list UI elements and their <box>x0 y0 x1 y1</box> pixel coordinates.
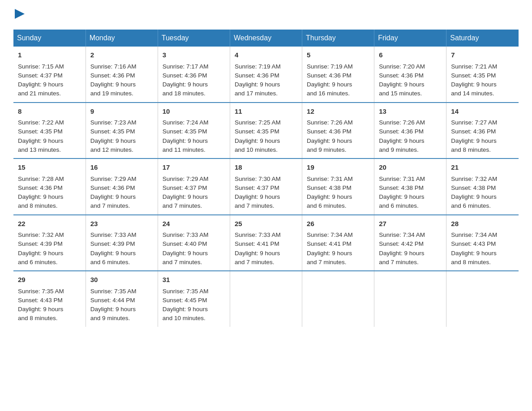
sunrise-label: Sunrise: 7:29 AM <box>163 176 209 182</box>
day-cell: 17 Sunrise: 7:29 AM Sunset: 4:37 PM Dayl… <box>158 158 230 215</box>
day-number: 17 <box>163 163 225 173</box>
sunset-label: Sunset: 4:39 PM <box>18 240 63 247</box>
day-number: 12 <box>307 107 369 117</box>
day-number: 2 <box>90 50 153 60</box>
sunrise-label: Sunrise: 7:20 AM <box>379 63 425 70</box>
daylight-minutes: and 19 minutes. <box>90 90 133 97</box>
daylight-minutes: and 7 minutes. <box>235 259 275 265</box>
daylight-label: Daylight: 9 hours <box>18 250 63 257</box>
sunset-label: Sunset: 4:36 PM <box>235 72 279 79</box>
sunrise-label: Sunrise: 7:29 AM <box>90 176 137 182</box>
daylight-label: Daylight: 9 hours <box>235 137 280 144</box>
sunset-label: Sunset: 4:35 PM <box>90 128 135 135</box>
sunrise-label: Sunrise: 7:26 AM <box>307 119 353 126</box>
header-tuesday: Tuesday <box>158 30 230 47</box>
logo-arrow-icon <box>15 9 25 19</box>
day-number: 21 <box>451 163 514 173</box>
sunrise-label: Sunrise: 7:27 AM <box>451 119 497 126</box>
daylight-label: Daylight: 9 hours <box>235 193 280 200</box>
day-number: 1 <box>18 50 81 60</box>
sunrise-label: Sunrise: 7:34 AM <box>307 231 353 238</box>
week-row-4: 22 Sunrise: 7:32 AM Sunset: 4:39 PM Dayl… <box>13 215 519 271</box>
day-number: 20 <box>379 163 442 173</box>
day-number: 29 <box>18 275 81 285</box>
sunrise-label: Sunrise: 7:15 AM <box>18 63 64 70</box>
day-cell: 28 Sunrise: 7:34 AM Sunset: 4:43 PM Dayl… <box>446 215 519 271</box>
sunrise-label: Sunrise: 7:22 AM <box>18 119 64 126</box>
day-cell: 14 Sunrise: 7:27 AM Sunset: 4:36 PM Dayl… <box>446 103 519 159</box>
day-number: 22 <box>18 219 81 229</box>
sunset-label: Sunset: 4:37 PM <box>18 72 63 79</box>
day-cell: 10 Sunrise: 7:24 AM Sunset: 4:35 PM Dayl… <box>158 103 230 159</box>
daylight-label: Daylight: 9 hours <box>451 81 496 88</box>
daylight-label: Daylight: 9 hours <box>307 250 352 257</box>
daylight-minutes: and 12 minutes. <box>90 146 133 153</box>
sunset-label: Sunset: 4:35 PM <box>18 128 63 135</box>
daylight-label: Daylight: 9 hours <box>163 250 208 257</box>
daylight-label: Daylight: 9 hours <box>379 193 424 200</box>
day-cell: 1 Sunrise: 7:15 AM Sunset: 4:37 PM Dayli… <box>13 47 86 103</box>
header-thursday: Thursday <box>302 30 374 47</box>
day-number: 16 <box>90 163 153 173</box>
daylight-label: Daylight: 9 hours <box>18 193 63 200</box>
sunset-label: Sunset: 4:36 PM <box>163 72 207 79</box>
daylight-minutes: and 17 minutes. <box>235 90 278 97</box>
sunrise-label: Sunrise: 7:33 AM <box>90 231 137 238</box>
daylight-label: Daylight: 9 hours <box>379 250 424 257</box>
daylight-minutes: and 8 minutes. <box>451 146 491 153</box>
daylight-label: Daylight: 9 hours <box>163 137 208 144</box>
day-cell: 24 Sunrise: 7:33 AM Sunset: 4:40 PM Dayl… <box>158 215 230 271</box>
sunrise-label: Sunrise: 7:25 AM <box>235 119 281 126</box>
day-cell: 25 Sunrise: 7:33 AM Sunset: 4:41 PM Dayl… <box>230 215 302 271</box>
sunrise-label: Sunrise: 7:23 AM <box>90 119 137 126</box>
day-number: 31 <box>163 275 225 285</box>
week-row-5: 29 Sunrise: 7:35 AM Sunset: 4:43 PM Dayl… <box>13 271 519 327</box>
sunset-label: Sunset: 4:35 PM <box>451 72 496 79</box>
day-number: 25 <box>235 219 297 229</box>
day-cell: 9 Sunrise: 7:23 AM Sunset: 4:35 PM Dayli… <box>86 103 158 159</box>
sunset-label: Sunset: 4:38 PM <box>307 184 352 191</box>
sunrise-label: Sunrise: 7:35 AM <box>90 288 137 295</box>
sunset-label: Sunset: 4:41 PM <box>307 240 352 247</box>
header-sunday: Sunday <box>13 30 86 47</box>
daylight-label: Daylight: 9 hours <box>379 81 424 88</box>
day-cell: 26 Sunrise: 7:34 AM Sunset: 4:41 PM Dayl… <box>302 215 374 271</box>
sunset-label: Sunset: 4:42 PM <box>379 240 424 247</box>
sunrise-label: Sunrise: 7:33 AM <box>235 231 281 238</box>
daylight-minutes: and 6 minutes. <box>18 259 58 265</box>
sunrise-label: Sunrise: 7:34 AM <box>451 231 497 238</box>
day-cell: 30 Sunrise: 7:35 AM Sunset: 4:44 PM Dayl… <box>86 271 158 327</box>
day-number: 5 <box>307 50 369 60</box>
sunset-label: Sunset: 4:44 PM <box>90 297 135 304</box>
daylight-label: Daylight: 9 hours <box>90 81 136 88</box>
page-header <box>13 9 519 21</box>
week-row-1: 1 Sunrise: 7:15 AM Sunset: 4:37 PM Dayli… <box>13 47 519 103</box>
daylight-label: Daylight: 9 hours <box>90 306 136 313</box>
daylight-minutes: and 7 minutes. <box>307 259 347 265</box>
daylight-minutes: and 9 minutes. <box>307 146 347 153</box>
sunset-label: Sunset: 4:41 PM <box>235 240 279 247</box>
sunrise-label: Sunrise: 7:19 AM <box>307 63 353 70</box>
day-cell: 7 Sunrise: 7:21 AM Sunset: 4:35 PM Dayli… <box>446 47 519 103</box>
sunrise-label: Sunrise: 7:35 AM <box>18 288 64 295</box>
sunrise-label: Sunrise: 7:16 AM <box>90 63 137 70</box>
daylight-label: Daylight: 9 hours <box>90 137 136 144</box>
sunrise-label: Sunrise: 7:31 AM <box>379 176 425 182</box>
day-number: 10 <box>163 107 225 117</box>
daylight-label: Daylight: 9 hours <box>235 250 280 257</box>
daylight-label: Daylight: 9 hours <box>451 193 496 200</box>
daylight-minutes: and 8 minutes. <box>18 202 58 209</box>
daylight-label: Daylight: 9 hours <box>235 81 280 88</box>
daylight-label: Daylight: 9 hours <box>307 137 352 144</box>
sunrise-label: Sunrise: 7:30 AM <box>235 176 281 182</box>
day-cell: 15 Sunrise: 7:28 AM Sunset: 4:36 PM Dayl… <box>13 158 86 215</box>
day-number: 19 <box>307 163 369 173</box>
day-number: 15 <box>18 163 81 173</box>
day-cell: 27 Sunrise: 7:34 AM Sunset: 4:42 PM Dayl… <box>374 215 446 271</box>
daylight-label: Daylight: 9 hours <box>451 137 496 144</box>
day-cell: 4 Sunrise: 7:19 AM Sunset: 4:36 PM Dayli… <box>230 47 302 103</box>
sunset-label: Sunset: 4:38 PM <box>451 184 496 191</box>
sunset-label: Sunset: 4:36 PM <box>379 72 424 79</box>
sunset-label: Sunset: 4:43 PM <box>18 297 63 304</box>
day-number: 7 <box>451 50 514 60</box>
